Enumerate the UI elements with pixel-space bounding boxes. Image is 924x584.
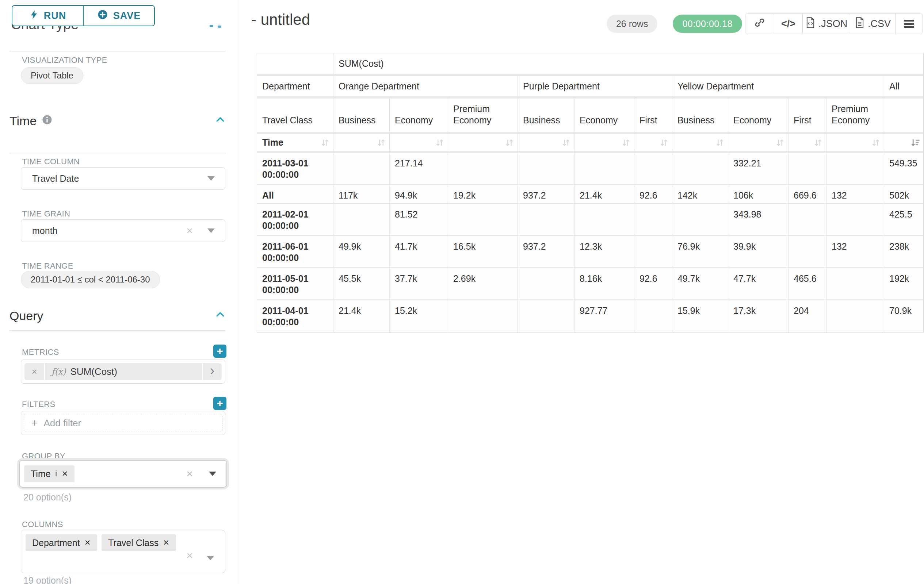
pivot-value-cell: 106k: [728, 185, 789, 204]
columns-chip[interactable]: Travel Class ✕: [102, 535, 176, 551]
sort-toggle-icon[interactable]: [376, 138, 386, 148]
pivot-row-label: 2011-04-01 00:00:00: [257, 300, 333, 332]
save-button-label: SAVE: [113, 10, 141, 21]
pivot-value-cell: 142k: [672, 185, 728, 204]
add-filter-plus-button[interactable]: +: [213, 397, 226, 410]
pivot-value-cell: 927.77: [574, 300, 634, 332]
add-metric-button[interactable]: +: [213, 345, 226, 358]
pivot-value-cell: 39.9k: [728, 236, 789, 268]
remove-chip-icon[interactable]: ✕: [62, 469, 68, 478]
remove-chip-icon[interactable]: ✕: [84, 538, 91, 547]
pivot-corner-cell: [257, 53, 333, 76]
sort-toggle-icon[interactable]: [775, 138, 785, 148]
export-csv-button[interactable]: .CSV: [850, 13, 895, 34]
time-grain-label: TIME GRAIN: [22, 209, 70, 219]
chevron-down-icon[interactable]: [207, 556, 214, 560]
time-grain-select[interactable]: month ×: [21, 219, 225, 242]
sort-toggle-icon[interactable]: [813, 138, 823, 148]
pivot-value-cell: 549.35: [884, 153, 923, 185]
expand-metric-icon[interactable]: ›: [203, 363, 222, 380]
link-icon: [754, 17, 766, 31]
query-section-header[interactable]: Query: [10, 309, 226, 323]
pivot-value-cell: 21.4k: [574, 185, 634, 204]
pivot-value-cell: 192k: [884, 268, 923, 300]
sort-toggle-icon[interactable]: [435, 138, 445, 148]
pivot-sort-cell: [574, 134, 634, 153]
menu-icon: [904, 20, 914, 28]
pivot-value-cell: [518, 268, 574, 300]
sort-toggle-icon[interactable]: [715, 138, 725, 148]
pivot-value-cell: 937.2: [518, 236, 574, 268]
clear-icon[interactable]: ×: [186, 225, 193, 236]
clear-icon[interactable]: ×: [186, 549, 193, 562]
time-section-header[interactable]: Time: [10, 114, 226, 128]
export-json-button[interactable]: .JSON: [802, 13, 850, 34]
remove-chip-icon[interactable]: ✕: [163, 538, 170, 547]
pivot-value-cell: 45.5k: [333, 268, 390, 300]
sort-toggle-icon[interactable]: [320, 138, 330, 148]
pivot-value-cell: [448, 153, 518, 185]
time-range-pill[interactable]: 2011-01-01 ≤ col < 2011-06-30: [21, 271, 160, 288]
chevron-down-icon[interactable]: [209, 472, 216, 476]
pivot-col-group: All: [884, 76, 923, 99]
pivot-value-cell: 81.52: [390, 204, 448, 236]
pivot-value-cell: [518, 153, 574, 185]
export-csv-label: .CSV: [868, 18, 891, 30]
remove-metric-icon[interactable]: ×: [25, 363, 44, 380]
query-timer-badge: 00:00:00.18: [673, 15, 742, 33]
group-by-select[interactable]: Time i ✕ ×: [19, 460, 227, 488]
pivot-value-cell: 117k: [333, 185, 390, 204]
sort-toggle-icon[interactable]: [621, 138, 631, 148]
file-csv-icon: [855, 17, 865, 31]
sort-toggle-icon[interactable]: [561, 138, 571, 148]
pivot-value-cell: 502k: [884, 185, 923, 204]
chevron-up-icon[interactable]: [215, 114, 226, 128]
pivot-value-cell: [672, 204, 728, 236]
pivot-value-cell: [789, 153, 827, 185]
metric-pill[interactable]: × ƒ(x) SUM(Cost) ›: [25, 363, 222, 380]
add-filter-dropzone[interactable]: + Add filter: [24, 414, 223, 432]
pivot-value-cell: [574, 153, 634, 185]
more-options-button[interactable]: [895, 13, 922, 34]
pivot-value-cell: 132: [827, 185, 884, 204]
viz-type-pill[interactable]: Pivot Table: [21, 67, 83, 84]
filters-label: FILTERS: [22, 400, 56, 409]
divider: [10, 153, 226, 153]
chart-title[interactable]: - untitled: [251, 11, 310, 28]
group-by-chip[interactable]: Time i ✕: [24, 466, 74, 482]
pivot-value-cell: [634, 236, 672, 268]
run-button-label: RUN: [44, 10, 66, 21]
time-column-select[interactable]: Travel Date: [21, 167, 225, 190]
clear-icon[interactable]: ×: [186, 467, 193, 480]
pivot-value-cell: 332.21: [728, 153, 789, 185]
pivot-col-header: First: [634, 99, 672, 134]
pivot-value-cell: [333, 204, 390, 236]
pivot-col-header: Business: [333, 99, 390, 134]
chevron-up-icon[interactable]: [215, 309, 226, 323]
save-button[interactable]: SAVE: [83, 6, 154, 26]
pivot-value-cell: 2.69k: [448, 268, 518, 300]
pivot-value-cell: [448, 300, 518, 332]
view-query-button[interactable]: </>: [774, 13, 802, 34]
time-range-label: TIME RANGE: [22, 262, 73, 271]
bolt-icon: [29, 9, 39, 23]
row-count-badge: 26 rows: [607, 15, 658, 33]
sort-toggle-icon[interactable]: [504, 138, 515, 148]
sort-toggle-icon[interactable]: [871, 138, 881, 148]
chip-label: Time: [31, 469, 51, 479]
pivot-sort-cell: [390, 134, 448, 153]
pivot-sort-cell: [333, 134, 390, 153]
pivot-row-label: 2011-02-01 00:00:00: [257, 204, 333, 236]
run-button[interactable]: RUN: [12, 6, 83, 26]
copy-link-button[interactable]: [746, 13, 774, 34]
pivot-value-cell: [518, 204, 574, 236]
sort-toggle-icon[interactable]: [659, 138, 669, 148]
columns-select[interactable]: Department ✕ Travel Class ✕ ×: [21, 530, 225, 573]
sort-desc-active-icon[interactable]: [910, 138, 920, 148]
pivot-value-cell: [789, 236, 827, 268]
columns-chip[interactable]: Department ✕: [26, 535, 97, 551]
plus-icon: +: [31, 417, 38, 429]
pivot-value-cell: [634, 300, 672, 332]
pivot-value-cell: [827, 153, 884, 185]
columns-label: COLUMNS: [22, 520, 63, 529]
